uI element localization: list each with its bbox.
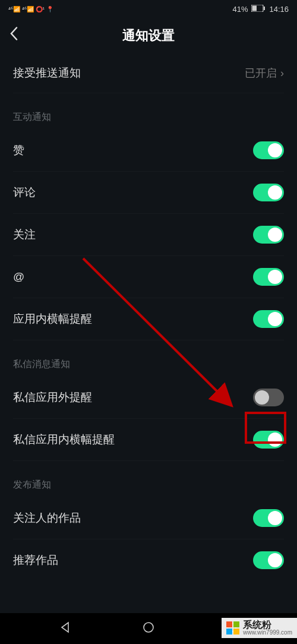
svg-point-4 (144, 623, 153, 632)
toggle-dm-external-label: 私信应用外提醒 (13, 390, 92, 405)
toggle-dm-banner[interactable] (253, 431, 284, 449)
watermark: 系统粉 www.win7999.com (222, 618, 297, 638)
watermark-url: www.win7999.com (243, 630, 292, 636)
toggle-mention-row: @ (13, 256, 284, 298)
toggle-recommended-works[interactable] (253, 551, 284, 569)
page-title: 通知设置 (122, 27, 175, 45)
toggle-comment-row: 评论 (13, 172, 284, 214)
status-bar: ⁴⁶📶 ⁴⁶📶 ⭕¹ 📍 41% 14:16 (0, 0, 297, 18)
toggle-comment[interactable] (253, 184, 284, 201)
toggle-inapp-banner-row: 应用内横幅提醒 (13, 298, 284, 340)
toggle-followed-works[interactable] (253, 509, 284, 527)
toggle-like-label: 赞 (13, 143, 24, 158)
section-interactive-title: 互动通知 (13, 93, 284, 130)
clock: 14:16 (269, 5, 289, 14)
svg-rect-2 (264, 7, 265, 10)
push-notification-row[interactable]: 接受推送通知 已开启 › (13, 53, 284, 93)
battery-icon (251, 5, 266, 14)
push-label: 接受推送通知 (13, 65, 81, 81)
section-publish-title: 发布通知 (13, 461, 284, 497)
toggle-followed-works-row: 关注人的作品 (13, 497, 284, 539)
toggle-dm-banner-row: 私信应用内横幅提醒 (13, 419, 284, 461)
toggle-recommended-works-row: 推荐作品 (13, 539, 284, 581)
toggle-like[interactable] (253, 141, 284, 159)
toggle-follow-label: 关注 (13, 227, 36, 242)
header: 通知设置 (0, 18, 297, 53)
toggle-follow[interactable] (253, 226, 284, 244)
watermark-text: 系统粉 (243, 620, 292, 630)
toggle-inapp-banner[interactable] (253, 310, 284, 328)
microsoft-logo-icon (226, 621, 239, 634)
toggle-like-row: 赞 (13, 130, 284, 172)
push-value: 已开启 (245, 66, 277, 80)
toggle-dm-external[interactable] (253, 389, 284, 406)
toggle-recommended-works-label: 推荐作品 (13, 553, 58, 568)
nav-home-icon[interactable] (142, 621, 155, 636)
toggle-mention-label: @ (13, 270, 24, 283)
chevron-right-icon: › (280, 67, 284, 80)
toggle-comment-label: 评论 (13, 185, 36, 200)
section-dm-title: 私信消息通知 (13, 340, 284, 377)
back-button[interactable] (10, 27, 18, 45)
svg-rect-1 (252, 5, 257, 11)
toggle-dm-banner-label: 私信应用内横幅提醒 (13, 432, 115, 447)
nav-back-icon[interactable] (59, 621, 72, 636)
toggle-inapp-banner-label: 应用内横幅提醒 (13, 311, 92, 327)
toggle-followed-works-label: 关注人的作品 (13, 510, 81, 526)
signal-icons: ⁴⁶📶 ⁴⁶📶 ⭕¹ 📍 (8, 6, 53, 12)
toggle-dm-external-row: 私信应用外提醒 (13, 377, 284, 419)
toggle-mention[interactable] (253, 268, 284, 286)
battery-pct: 41% (232, 5, 248, 14)
toggle-follow-row: 关注 (13, 214, 284, 256)
